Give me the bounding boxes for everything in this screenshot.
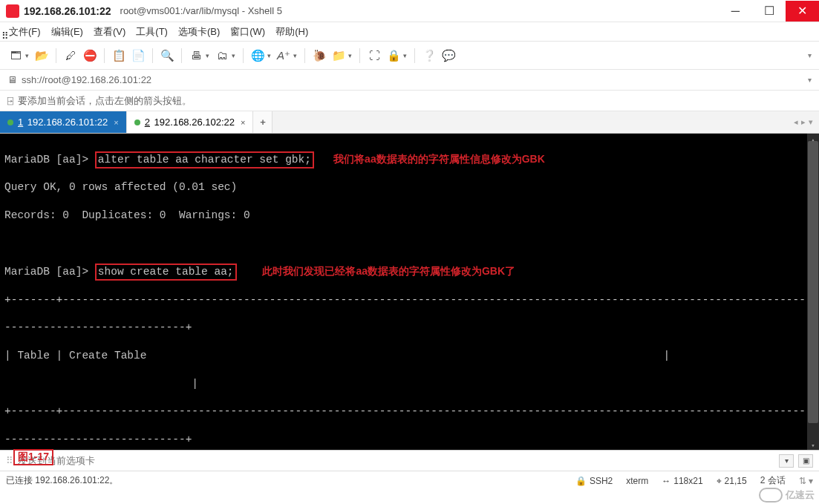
- menu-window[interactable]: 窗口(W): [230, 25, 265, 39]
- terminal-line: Records: 0 Duplicates: 0 Warnings: 0: [4, 209, 815, 223]
- figure-label: 图1-17: [13, 449, 53, 465]
- hint-bar: ⍈ 要添加当前会话，点击左侧的箭头按钮。: [0, 91, 819, 111]
- hint-text: 要添加当前会话，点击左侧的箭头按钮。: [18, 94, 192, 108]
- find-icon[interactable]: 🔍: [159, 48, 175, 64]
- cursor-icon: ⌖: [717, 476, 722, 486]
- status-termtype: xterm: [626, 476, 648, 486]
- copy-icon[interactable]: 📋: [111, 48, 127, 64]
- toolbar: 🗔▾ 📂 🖊 ⛔ 📋 📄 🔍 🖶▾ 🗂▾ 🌐▾ A⁺▾ 🐌 📁▾ ⛶ 🔒▾ ❔ …: [0, 42, 819, 70]
- address-text[interactable]: ssh://root@192.168.26.101:22: [22, 74, 151, 85]
- status-bar: 已连接 192.168.26.101:22。 🔒SSH2 xterm ↔118x…: [0, 471, 819, 490]
- menu-bar: ⠿ 文件(F) 编辑(E) 查看(V) 工具(T) 选项卡(B) 窗口(W) 帮…: [0, 22, 819, 42]
- tab-close-icon[interactable]: ×: [114, 118, 118, 127]
- menu-file[interactable]: 文件(F): [9, 25, 41, 39]
- reconnect-icon[interactable]: 🖊: [62, 48, 79, 64]
- tab-next-icon[interactable]: ▸: [801, 117, 806, 127]
- properties-icon[interactable]: 🗂: [214, 48, 230, 64]
- send-input-bar: ⠿ ▾ ▣: [0, 450, 819, 471]
- add-tab-button[interactable]: +: [253, 111, 273, 133]
- cloud-icon: [759, 488, 783, 503]
- tab-label-text: 192.168.26.102:22: [154, 117, 235, 128]
- help-icon[interactable]: ❔: [421, 48, 437, 64]
- terminal-scrollbar[interactable]: ▴ ▾: [807, 134, 819, 450]
- address-overflow-icon[interactable]: ▾: [808, 76, 812, 84]
- watermark-text: 亿速云: [786, 488, 815, 502]
- terminal-output[interactable]: MariaDB [aa]> alter table aa character s…: [0, 134, 819, 450]
- tab-list-icon[interactable]: ▾: [809, 117, 813, 127]
- tab-number: 2: [145, 117, 150, 128]
- menu-tabs[interactable]: 选项卡(B): [178, 25, 220, 39]
- globe-icon[interactable]: 🌐: [249, 48, 266, 64]
- send-pin-button[interactable]: ▣: [798, 454, 813, 468]
- ssh-icon: 🖥: [7, 74, 17, 85]
- close-button[interactable]: ✕: [786, 1, 819, 22]
- paste-icon[interactable]: 📄: [130, 48, 146, 64]
- terminal-line: ----------------------------+: [4, 321, 815, 335]
- status-protocol: 🔒SSH2: [575, 476, 613, 486]
- font-icon[interactable]: A⁺: [275, 48, 292, 64]
- tab-label-text: 192.168.26.101:22: [27, 117, 108, 128]
- watermark: 亿速云: [759, 488, 815, 503]
- toolbar-overflow-icon[interactable]: ▾: [808, 51, 812, 59]
- menu-edit[interactable]: 编辑(E): [51, 25, 83, 39]
- session-tab-2[interactable]: 2 192.168.26.102:22 ×: [127, 111, 254, 133]
- send-target-button[interactable]: ▾: [779, 454, 794, 468]
- transfer-icon[interactable]: 📁: [330, 48, 347, 64]
- tab-number: 1: [18, 117, 23, 128]
- menu-grip-icon[interactable]: ⠿: [1, 30, 4, 33]
- scroll-thumb[interactable]: [808, 141, 818, 423]
- print-icon[interactable]: 🖶: [188, 48, 204, 64]
- refresh-icon[interactable]: 🐌: [311, 48, 327, 64]
- size-icon: ↔: [662, 476, 670, 486]
- app-logo: [6, 4, 19, 18]
- fullscreen-icon[interactable]: ⛶: [366, 48, 382, 64]
- status-size: ↔118x21: [662, 476, 702, 486]
- maximize-button[interactable]: ☐: [752, 1, 786, 22]
- send-input[interactable]: [18, 455, 779, 466]
- disconnect-icon[interactable]: ⛔: [82, 48, 98, 64]
- terminal-line: Query OK, 0 rows affected (0.01 sec): [4, 180, 815, 194]
- lock-icon[interactable]: 🔒: [385, 48, 402, 64]
- menu-help[interactable]: 帮助(H): [275, 25, 308, 39]
- status-connection: 已连接 192.168.26.101:22。: [6, 474, 562, 487]
- tab-prev-icon[interactable]: ◂: [794, 117, 798, 127]
- status-dot-icon: [134, 120, 140, 125]
- title-address: 192.168.26.101:22: [24, 5, 111, 17]
- status-sessions: 2 会话: [760, 474, 786, 487]
- new-session-icon[interactable]: 🗔: [7, 48, 24, 64]
- feedback-icon[interactable]: 💬: [440, 48, 457, 64]
- status-cursor: ⌖21,15: [717, 476, 747, 486]
- highlight-cmd-2: show create table aa;: [95, 264, 237, 281]
- terminal-line: | Table | Create Table: [4, 349, 815, 363]
- session-tab-1[interactable]: 1 192.168.26.101:22 ×: [0, 111, 127, 133]
- sql-prompt: MariaDB [aa]>: [4, 266, 95, 278]
- tab-close-icon[interactable]: ×: [241, 118, 245, 127]
- scroll-down-icon[interactable]: ▾: [807, 439, 819, 450]
- terminal-line: +-------+-------------------------------…: [4, 405, 815, 419]
- status-updown-icon[interactable]: ⇅ ▾: [799, 476, 813, 486]
- title-bar: 192.168.26.101:22 root@vms001:/var/lib/m…: [0, 0, 819, 22]
- open-icon[interactable]: 📂: [33, 48, 50, 64]
- highlight-cmd-1: alter table aa character set gbk;: [95, 151, 314, 168]
- annotation-2: 此时我们发现已经将aa数据表的字符属性修改为GBK了: [262, 265, 515, 277]
- tab-bar: 1 192.168.26.101:22 × 2 192.168.26.102:2…: [0, 111, 819, 134]
- annotation-1: 我们将aa数据表的的字符属性信息修改为GBK: [333, 153, 545, 165]
- bookmark-icon[interactable]: ⍈: [7, 95, 13, 106]
- terminal-line: ----------------------------+: [4, 433, 815, 447]
- status-dot-icon: [7, 120, 13, 125]
- lock-small-icon: 🔒: [575, 476, 587, 486]
- sql-prompt: MariaDB [aa]>: [4, 154, 95, 166]
- tab-nav: ◂ ▸ ▾: [794, 111, 819, 133]
- menu-view[interactable]: 查看(V): [94, 25, 125, 39]
- menu-tools[interactable]: 工具(T): [136, 25, 168, 39]
- minimize-button[interactable]: ─: [719, 1, 752, 22]
- title-path: root@vms001:/var/lib/mysql - Xshell 5: [120, 5, 282, 16]
- grip-icon[interactable]: ⠿: [6, 455, 13, 466]
- address-bar: 🖥 ssh://root@192.168.26.101:22 ▾: [0, 70, 819, 91]
- window-buttons: ─ ☐ ✕: [719, 1, 819, 22]
- terminal-line: +-------+-------------------------------…: [4, 293, 815, 307]
